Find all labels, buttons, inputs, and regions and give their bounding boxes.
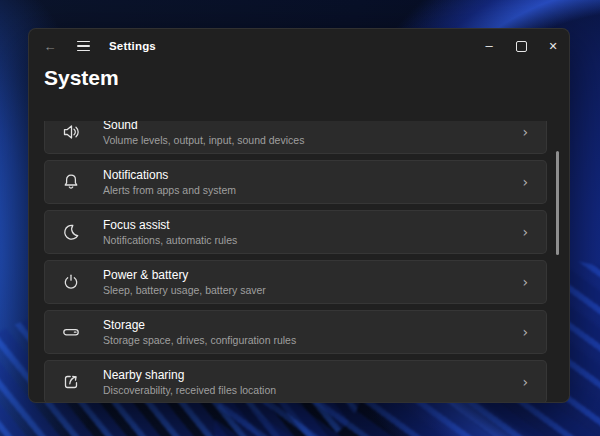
settings-item-text: Sound Volume levels, output, input, soun… [103,121,304,146]
settings-item-text: Focus assist Notifications, automatic ru… [103,218,237,246]
bell-icon [61,172,81,192]
chevron-right-icon: › [522,224,528,240]
drive-icon [61,322,81,342]
chevron-right-icon: › [522,274,528,290]
settings-item-title: Notifications [103,168,236,182]
settings-item-subtitle: Discoverability, received files location [103,384,276,396]
window-caption-buttons: – ✕ [473,29,569,63]
navigation-menu-button[interactable] [65,29,95,63]
speaker-icon [61,122,81,142]
hamburger-icon [77,41,90,51]
share-icon [61,372,81,392]
settings-item-text: Storage Storage space, drives, configura… [103,318,296,346]
settings-item-subtitle: Volume levels, output, input, sound devi… [103,134,304,146]
settings-item-subtitle: Storage space, drives, configuration rul… [103,334,296,346]
settings-item-storage[interactable]: Storage Storage space, drives, configura… [44,310,547,354]
settings-item-subtitle: Sleep, battery usage, battery saver [103,284,266,296]
settings-item-power-battery[interactable]: Power & battery Sleep, battery usage, ba… [44,260,547,304]
settings-item-text: Nearby sharing Discoverability, received… [103,368,276,396]
settings-item-nearby-sharing[interactable]: Nearby sharing Discoverability, received… [44,360,547,402]
titlebar: ← Settings – ✕ [29,29,569,63]
chevron-right-icon: › [522,324,528,340]
settings-item-sound[interactable]: Sound Volume levels, output, input, soun… [44,121,547,154]
settings-item-subtitle: Alerts from apps and system [103,184,236,196]
settings-window: ← Settings – ✕ System [28,28,570,403]
minimize-button[interactable]: – [473,29,505,63]
settings-item-text: Power & battery Sleep, battery usage, ba… [103,268,266,296]
scrollbar-thumb[interactable] [556,151,559,255]
moon-icon [61,222,81,242]
maximize-icon [516,41,527,52]
chevron-right-icon: › [522,374,528,390]
settings-item-title: Power & battery [103,268,266,282]
page-title: System [44,65,569,91]
settings-item-title: Nearby sharing [103,368,276,382]
chevron-right-icon: › [522,124,528,140]
app-title: Settings [109,40,156,52]
close-icon: ✕ [548,40,557,53]
minimize-icon: – [485,41,492,51]
settings-item-subtitle: Notifications, automatic rules [103,234,237,246]
maximize-button[interactable] [505,29,537,63]
close-button[interactable]: ✕ [537,29,569,63]
settings-item-title: Storage [103,318,296,332]
settings-item-notifications[interactable]: Notifications Alerts from apps and syste… [44,160,547,204]
chevron-right-icon: › [522,174,528,190]
settings-item-focus-assist[interactable]: Focus assist Notifications, automatic ru… [44,210,547,254]
power-icon [61,272,81,292]
settings-item-title: Focus assist [103,218,237,232]
back-button[interactable]: ← [35,29,65,63]
settings-item-text: Notifications Alerts from apps and syste… [103,168,236,196]
settings-list: Sound Volume levels, output, input, soun… [29,121,569,402]
settings-item-title: Sound [103,121,304,132]
